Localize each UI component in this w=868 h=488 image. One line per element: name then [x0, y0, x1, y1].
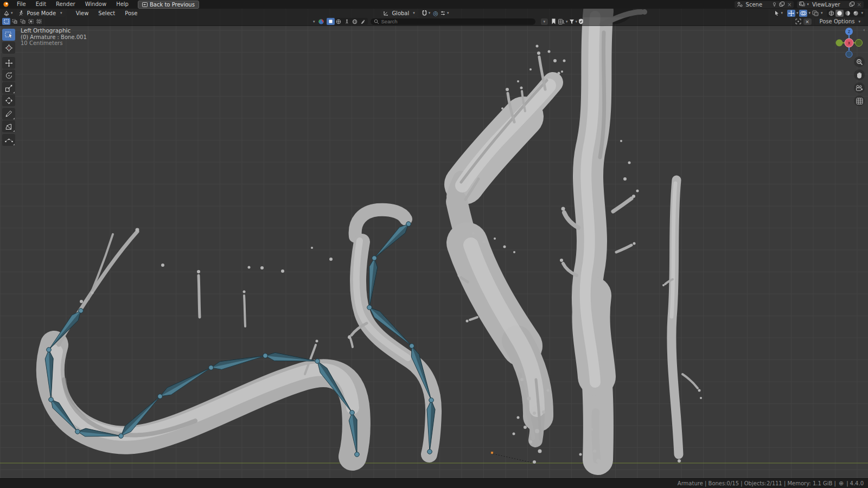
menu-help[interactable]: Help [111, 0, 133, 9]
tool-select-box[interactable] [2, 29, 15, 41]
proportional-editing-icon[interactable]: ◎ [433, 10, 438, 17]
select-mode-invert-button[interactable] [27, 18, 35, 25]
funnel-icon [569, 19, 575, 24]
search-field[interactable] [371, 18, 535, 25]
pose-options-dropdown[interactable]: Pose Options ▾ [815, 18, 864, 25]
shading-rendered-button[interactable] [852, 10, 860, 17]
chevron-down-icon: ▾ [413, 11, 415, 15]
filter-brush-toggle[interactable] [359, 18, 367, 25]
unlink-scene-icon[interactable]: × [787, 2, 792, 8]
shading-solid-button[interactable] [835, 10, 844, 17]
frame-select-icon[interactable] [795, 18, 801, 24]
menu-render[interactable]: Render [51, 0, 80, 9]
subtool-indicator [13, 118, 15, 119]
status-bar: Armature | Bones:0/15 | Objects:2/111 | … [0, 478, 868, 488]
menu-select[interactable]: Select [93, 10, 120, 16]
select-mode-subtract-button[interactable] [18, 18, 27, 25]
shading-mode-group: ▾ [827, 10, 865, 17]
shading-wireframe-button[interactable] [827, 10, 835, 17]
editor-type-button[interactable]: ▾ [0, 10, 16, 16]
camera-view-button[interactable] [854, 82, 865, 93]
viewlayer-icon [799, 2, 806, 7]
chevron-down-icon: ▾ [60, 11, 62, 15]
gizmo-y-negative[interactable] [856, 40, 863, 47]
filter-dropdown[interactable]: ▾ [569, 19, 579, 24]
chevron-down-icon: ▾ [858, 20, 860, 24]
tool-measure[interactable] [2, 120, 15, 132]
menu-pose[interactable]: Pose [120, 10, 142, 16]
svg-text:x: x [848, 41, 851, 46]
menu-edit[interactable]: Edit [31, 0, 51, 9]
network-globe-icon[interactable]: ⊕ [839, 480, 844, 487]
shading-material-button[interactable] [844, 10, 852, 17]
menu-view[interactable]: View [71, 10, 94, 16]
tool-annotate[interactable] [2, 108, 15, 120]
filter-armature-toggle[interactable] [343, 18, 351, 25]
filter-world-toggle[interactable] [335, 18, 343, 25]
svg-text:z: z [848, 29, 850, 34]
zoom-button[interactable] [854, 56, 865, 67]
grid-scale-label: 10 Centimeters [21, 40, 87, 47]
chevron-down-icon: ▾ [807, 2, 809, 7]
back-to-previous-button[interactable]: Back to Previous [138, 1, 199, 9]
falloff-sphere-icon[interactable] [318, 18, 324, 25]
show-overlays-toggle[interactable] [799, 10, 807, 17]
filter-toggle-group [326, 18, 368, 25]
filter-mesh-toggle[interactable] [327, 18, 335, 25]
new-scene-icon[interactable] [779, 2, 785, 7]
view-options-dropdown[interactable]: ▾ [440, 10, 450, 16]
tool-cursor[interactable] [2, 42, 15, 54]
show-gizmo-toggle[interactable] [787, 10, 795, 17]
topbar: File Edit Render Window Help Back to Pre… [0, 0, 868, 9]
pan-hand-button[interactable] [854, 69, 865, 80]
tool-pose-breakdowner[interactable] [2, 134, 15, 146]
select-mode-extend-button[interactable] [10, 18, 18, 25]
remove-viewlayer-icon[interactable]: × [857, 2, 861, 8]
clear-button[interactable]: × [803, 18, 812, 25]
bookmark-icon[interactable] [551, 18, 556, 24]
chevron-down-icon[interactable]: ▾ [861, 11, 863, 15]
chevron-down-icon[interactable]: ▾ [796, 11, 799, 15]
pin-icon[interactable] [772, 2, 777, 7]
gizmo-z-negative[interactable] [846, 51, 852, 57]
scene-icon [737, 2, 743, 8]
sidebar-toggle-arrow[interactable]: ‹ [863, 27, 865, 33]
tool-transform[interactable] [2, 94, 15, 106]
selectability-dropdown[interactable]: ▾ [774, 10, 784, 16]
viewlayer-selector[interactable]: ▾ ViewLayer × [797, 1, 864, 8]
chevron-down-icon: ▾ [576, 20, 578, 24]
tool-move[interactable] [2, 57, 15, 69]
menu-file[interactable]: File [12, 0, 31, 9]
select-mode-set-button[interactable] [2, 18, 10, 25]
select-mode-intersect-button[interactable] [35, 18, 43, 25]
subtool-indicator [13, 130, 15, 132]
transform-orientation-dropdown[interactable]: Global ▾ [381, 10, 418, 17]
blender-logo-icon[interactable] [0, 1, 12, 8]
chevron-down-icon[interactable]: ▾ [313, 20, 315, 24]
navigation-gizmo[interactable]: z x [834, 25, 865, 58]
snapping-dropdown[interactable]: ▾ [422, 10, 432, 16]
chevron-down-icon: ▾ [429, 11, 431, 15]
fake-user-shield-icon[interactable] [578, 18, 584, 24]
overlays-icon [800, 10, 807, 16]
menu-window[interactable]: Window [80, 0, 111, 9]
chevron-down-icon[interactable]: ▾ [541, 18, 548, 25]
toggle-grid-button[interactable] [854, 95, 865, 106]
display-mode-dropdown[interactable]: ▾ [558, 19, 569, 24]
active-object-label: (0) Armature : Bone.001 [21, 34, 87, 41]
chevron-down-icon[interactable]: ▾ [821, 11, 823, 15]
gizmo-y-positive[interactable] [836, 40, 843, 47]
mode-selector[interactable]: Pose Mode ▾ [16, 10, 66, 17]
tool-scale[interactable] [2, 82, 15, 94]
search-input[interactable] [371, 18, 535, 25]
xray-toggle[interactable] [812, 10, 820, 17]
xray-icon [812, 10, 819, 16]
gizmo-icon [788, 10, 794, 16]
subtool-indicator [13, 92, 15, 93]
tool-rotate[interactable] [2, 69, 15, 81]
filter-scene-toggle[interactable] [351, 18, 359, 25]
scene-selector[interactable]: Scene × [735, 1, 794, 8]
new-viewlayer-icon[interactable] [849, 2, 855, 7]
chevron-down-icon[interactable]: ▾ [808, 11, 810, 15]
3d-viewport[interactable] [0, 8, 868, 478]
